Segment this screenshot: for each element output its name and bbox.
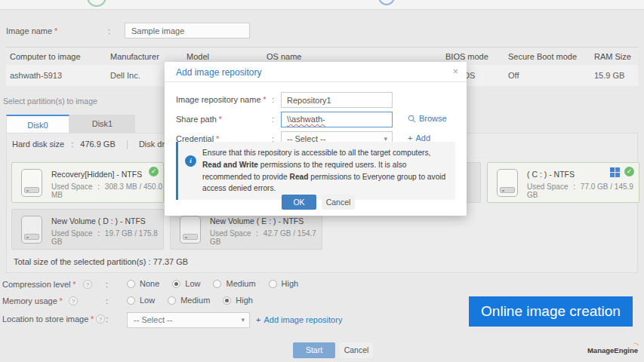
ok-button[interactable]: OK — [282, 195, 316, 210]
chevron-down-icon: ▾ — [241, 313, 245, 327]
image-name-colon — [108, 26, 110, 35]
memory-radio-group: Low Medium High — [127, 296, 253, 305]
repo-name-label: Image repository name — [176, 95, 266, 104]
compression-radio-group: None Low Medium High — [127, 279, 298, 288]
selected-check-icon: ✓ — [149, 167, 159, 176]
col-model: Model — [183, 52, 263, 61]
radio-medium[interactable]: Medium — [168, 296, 210, 305]
repository-info-note: i Ensure that this repository is accessi… — [176, 142, 455, 200]
info-text-bold: Read and Write — [202, 161, 258, 169]
share-path-value: \\ashwath- — [287, 115, 325, 124]
radio-label: Medium — [226, 279, 255, 288]
partition-used-space: Used Space 19.7 GB / 175.8 GB — [51, 229, 163, 246]
repo-name-colon — [272, 95, 274, 104]
share-path-colon — [272, 115, 274, 124]
col-bios-mode: BIOS mode — [442, 52, 504, 61]
radio-label: High — [282, 279, 299, 288]
wizard-step-current-icon — [378, 0, 395, 5]
start-imaging-button[interactable]: Start Imaging — [293, 342, 335, 358]
used-space-label: Used Space — [210, 229, 251, 238]
partition-used-space: Used Space 77.0 GB / 145.9 GB — [527, 183, 639, 199]
image-name-input[interactable] — [125, 23, 250, 38]
dialog-title: Add image repository — [176, 67, 261, 78]
wizard-step-band — [0, 0, 644, 10]
close-icon[interactable]: × — [452, 66, 458, 77]
hard-drive-icon — [180, 216, 201, 244]
col-ram-size: RAM Size — [590, 52, 638, 61]
used-colon — [256, 229, 258, 238]
partition-name: Recovery[Hidden] - NTFS — [51, 170, 142, 179]
memory-row: Memory usage Low Medium High — [0, 296, 468, 308]
radio-high[interactable]: High — [223, 296, 253, 305]
location-select-value: -- Select -- — [134, 315, 172, 324]
radio-selected-icon — [172, 280, 180, 288]
partition-card-d[interactable]: New Volume ( D : ) - NTFS Used Space 19.… — [11, 209, 164, 250]
radio-medium[interactable]: Medium — [213, 279, 255, 288]
partition-name: New Volume ( E : ) - NTFS — [210, 216, 304, 225]
select-partitions-label: Select partition(s) to image — [3, 97, 97, 106]
used-space-label: Used Space — [527, 183, 568, 191]
share-path-input[interactable]: \\ashwath- — [281, 112, 393, 127]
partition-name: New Volume ( D : ) - NTFS — [51, 216, 146, 225]
partition-card-c[interactable]: ( C : ) - NTFS Used Space 77.0 GB / 145.… — [487, 162, 639, 203]
memory-help-icon[interactable] — [69, 296, 78, 305]
compression-row: Compression level None Low Medium High — [0, 279, 468, 291]
used-space-label: Used Space — [51, 183, 92, 191]
radio-icon — [127, 296, 135, 305]
online-image-creation-banner: Online image creation — [469, 296, 633, 327]
selected-check-icon: ✓ — [624, 167, 634, 176]
wizard-step-done-icon — [87, 0, 106, 7]
info-text: Ensure that this repository is accessibl… — [202, 149, 430, 157]
plus-icon: + — [256, 315, 260, 324]
partition-card-recovery[interactable]: Recovery[Hidden] - NTFS Used Space 308.3… — [11, 162, 164, 203]
memory-label: Memory usage — [2, 296, 63, 305]
browse-label: Browse — [419, 114, 447, 123]
radio-low[interactable]: Low — [172, 279, 200, 288]
col-computer: Computer to image — [6, 52, 106, 61]
col-secure-boot: Secure Boot mode — [504, 52, 590, 61]
browse-link[interactable]: Browse — [408, 114, 447, 123]
radio-high[interactable]: High — [269, 279, 299, 288]
windows-logo-icon — [610, 167, 620, 177]
radio-icon — [269, 280, 277, 288]
col-os-name: OS name — [263, 52, 442, 61]
cell-secure-boot: Off — [504, 71, 590, 80]
cell-ram-size: 15.9 GB — [590, 71, 638, 80]
add-image-repository-link[interactable]: +Add image repository — [256, 315, 342, 324]
used-colon — [97, 183, 100, 191]
total-selected-size: Total size of the selected partition(s) … — [14, 257, 188, 266]
memory-colon — [106, 296, 108, 305]
repo-name-input[interactable] — [281, 92, 393, 108]
dialog-header: Add image repository × — [165, 62, 467, 82]
location-help-icon[interactable] — [96, 314, 105, 324]
location-select[interactable]: -- Select -- ▾ — [127, 312, 250, 328]
tab-disk1[interactable]: Disk1 — [69, 115, 135, 133]
radio-label: Low — [185, 279, 200, 288]
radio-none[interactable]: None — [127, 279, 159, 288]
share-path-row: Share path \\ashwath- Browse — [165, 112, 467, 128]
partition-name: ( C : ) - NTFS — [527, 170, 575, 179]
image-name-label: Image name — [6, 26, 57, 35]
dialog-cancel-button[interactable]: Cancel — [322, 195, 355, 210]
radio-low[interactable]: Low — [127, 296, 155, 305]
cancel-button[interactable]: Cancel — [340, 342, 373, 358]
compression-help-icon[interactable] — [83, 280, 92, 289]
divider — [127, 140, 128, 149]
col-manufacturer: Manufacturer — [106, 52, 183, 61]
partition-used-space: Used Space 42.7 GB / 154.7 GB — [210, 229, 322, 246]
hard-drive-icon — [21, 216, 42, 244]
hard-drive-icon — [497, 169, 518, 197]
radio-icon — [213, 280, 221, 288]
add-image-repository-dialog: Add image repository × Image repository … — [165, 62, 467, 216]
radio-label: None — [140, 279, 159, 288]
repo-name-row: Image repository name — [165, 92, 467, 109]
radio-label: Low — [140, 296, 155, 305]
info-icon: i — [185, 155, 196, 167]
radio-selected-icon — [223, 296, 231, 305]
add-repo-label: Add image repository — [263, 315, 342, 324]
tab-disk0[interactable]: Disk0 — [6, 115, 69, 133]
radio-icon — [168, 296, 176, 305]
partition-used-space: Used Space 308.3 MB / 450.0 MB — [51, 183, 163, 199]
radio-label: Medium — [180, 296, 210, 305]
share-path-label: Share path — [176, 115, 222, 124]
